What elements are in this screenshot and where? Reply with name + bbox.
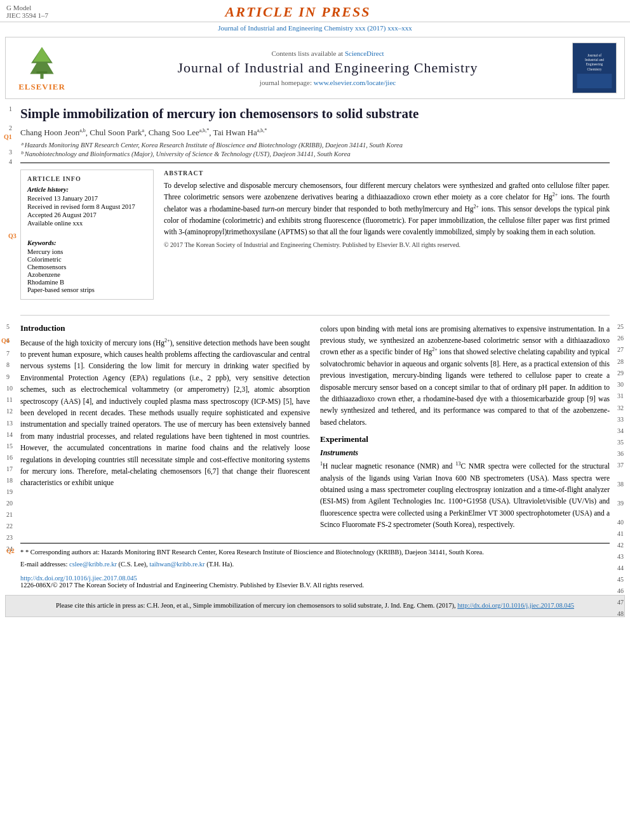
ln-18: 18 [6, 476, 13, 486]
footnote-email: E-mail addresses: cslee@kribb.re.kr (C.S… [20, 559, 610, 570]
rln-29: 29 [617, 370, 624, 377]
ln-23: 23 [6, 533, 13, 543]
ln-12: 12 [6, 406, 13, 417]
line-num-3: 3 [9, 149, 12, 156]
bottom-notice: Please cite this article in press as: C.… [5, 595, 625, 617]
affiliation-a: ᵃ Hazards Monitoring BNT Research Center… [20, 141, 610, 149]
article-info-header: ARTICLE INFO [27, 175, 147, 182]
email2-link[interactable]: taihwan@kribb.re.kr [149, 561, 204, 568]
elsevier-wordmark: ELSEVIER [18, 82, 65, 92]
svg-text:Journal of: Journal of [587, 53, 601, 57]
rln-37: 37 [617, 462, 624, 469]
keyword-4: Azobenzene [27, 271, 147, 278]
doi-link[interactable]: http://dx.doi.org/10.1016/j.jiec.2017.08… [20, 575, 137, 582]
rln-44: 44 [617, 564, 624, 571]
article-main-title: Simple immobilization of mercury ion che… [20, 105, 610, 123]
rln-39: 39 [617, 500, 624, 507]
top-bar: G Model JIEC 3594 1–7 ARTICLE IN PRESS [0, 0, 630, 22]
rln-28: 28 [617, 358, 624, 365]
rln-33: 33 [617, 416, 624, 423]
issn-line: 1226-086X/© 2017 The Korean Society of I… [20, 582, 364, 589]
ln-19: 19 [6, 487, 13, 497]
abstract-header: ABSTRACT [164, 170, 610, 177]
q3-marker: Q3 [8, 232, 17, 239]
svg-text:Engineering: Engineering [586, 62, 603, 66]
svg-marker-2 [33, 47, 50, 62]
rln-25: 25 [617, 323, 624, 330]
email1-author: (C.S. Lee), [119, 561, 148, 568]
abstract-section: ABSTRACT To develop selective and dispos… [164, 170, 610, 307]
rln-47: 47 [617, 599, 624, 606]
rln-26: 26 [617, 335, 624, 342]
rln-31: 31 [617, 392, 624, 399]
keyword-5: Rhodamine B [27, 279, 147, 286]
intro-para1: 7 8 9 10 11 12 13 14 15 16 17 18 19 20 2… [20, 337, 310, 489]
body-right-col: 25 26 27 28 29 30 31 32 33 34 35 36 37 3… [320, 323, 610, 531]
svg-rect-3 [37, 71, 48, 73]
article-info-box: ARTICLE INFO Article history: Received 1… [20, 170, 154, 300]
svg-text:Chemistry: Chemistry [587, 67, 602, 71]
keyword-1: Mercury ions [27, 248, 147, 255]
keyword-3: Chemosensors [27, 263, 147, 270]
svg-rect-9 [577, 74, 612, 88]
journal-ref-line: Journal of Industrial and Engineering Ch… [0, 22, 630, 33]
rln-27: 27 [617, 346, 624, 353]
line-num-4: 4 [9, 158, 12, 165]
rln-41: 41 [617, 530, 624, 537]
received-date: Received 13 January 2017 [27, 195, 147, 202]
rln-43: 43 [617, 553, 624, 560]
journal-homepage-link[interactable]: www.elsevier.com/locate/jiec [314, 79, 396, 86]
email-label: E-mail addresses: [20, 561, 67, 568]
rln-38: 38 [617, 481, 624, 488]
sciencedirect-link[interactable]: ScienceDirect [345, 50, 384, 57]
rln-30: 30 [617, 381, 624, 388]
aip-title: ARTICLE IN PRESS [48, 4, 547, 20]
ln-11: 11 [6, 395, 13, 405]
rln-40: 40 [617, 519, 624, 526]
cite-doi-link[interactable]: http://dx.doi.org/10.1016/j.jiec.2017.08… [457, 602, 574, 609]
rln-46: 46 [617, 587, 624, 594]
section-divider [20, 315, 610, 316]
cite-notice-text: Please cite this article in press as: C.… [56, 602, 456, 609]
ln-5: 5 [6, 323, 10, 330]
line-num-1: 1 [9, 105, 12, 112]
journal-header-center: Contents lists available at ScienceDirec… [83, 50, 572, 86]
g-model-label: G Model [6, 4, 48, 11]
footnote-corresponding: * * Corresponding authors at: Hazards Mo… [20, 547, 610, 557]
copyright-line: © 2017 The Korean Society of Industrial … [164, 241, 610, 248]
history-label: Article history: [27, 186, 147, 193]
rln-35: 35 [617, 439, 624, 446]
q1-marker: Q1 [4, 133, 12, 140]
page-wrapper: 1 Simple immobilization of mercury ion c… [0, 105, 630, 589]
journal-header: ELSEVIER Contents lists available at Sci… [5, 37, 625, 99]
aip-banner: ARTICLE IN PRESS [48, 4, 547, 20]
ln-10: 10 [6, 383, 13, 394]
ln-14: 14 [6, 430, 13, 440]
ln-8: 8 [6, 360, 10, 370]
affiliation-b: ᵇ Nanobiotechnology and Bioinformatics (… [20, 150, 610, 157]
q4-marker: Q4 [1, 337, 10, 344]
ln-20: 20 [6, 498, 13, 509]
article-info-col: ARTICLE INFO Article history: Received 1… [20, 170, 154, 307]
jiec-ref: JIEC 3594 1–7 [6, 11, 48, 19]
rln-34: 34 [617, 427, 624, 434]
ln-15: 15 [6, 441, 13, 451]
line-num-2: 2 [9, 124, 12, 131]
rln-48: 48 [617, 610, 624, 617]
ln-7: 7 [6, 349, 10, 359]
email2-author: (T.H. Ha). [206, 561, 234, 568]
journal-title-main: Journal of Industrial and Engineering Ch… [83, 60, 572, 76]
received-revised-date: Received in revised form 8 August 2017 [27, 203, 147, 210]
keyword-6: Paper-based sensor strips [27, 286, 147, 293]
authors-line: Chang Hoon Jeona,b, Chul Soon Parka, Cha… [20, 128, 610, 138]
body-left-col: 5 Introduction 6 Q4 7 8 9 10 11 12 13 14… [20, 323, 310, 531]
rln-42: 42 [617, 542, 624, 549]
ln-17: 17 [6, 464, 13, 474]
abstract-text: To develop selective and disposable merc… [164, 180, 610, 238]
ln-13: 13 [6, 418, 13, 429]
keywords-section: Q3 Keywords: Mercury ions Colorimetric C… [27, 232, 147, 293]
accepted-date: Accepted 26 August 2017 [27, 211, 147, 218]
ln-22: 22 [6, 521, 13, 531]
email1-link[interactable]: cslee@kribb.re.kr [69, 561, 117, 568]
article-title-section: 1 Simple immobilization of mercury ion c… [20, 105, 610, 163]
